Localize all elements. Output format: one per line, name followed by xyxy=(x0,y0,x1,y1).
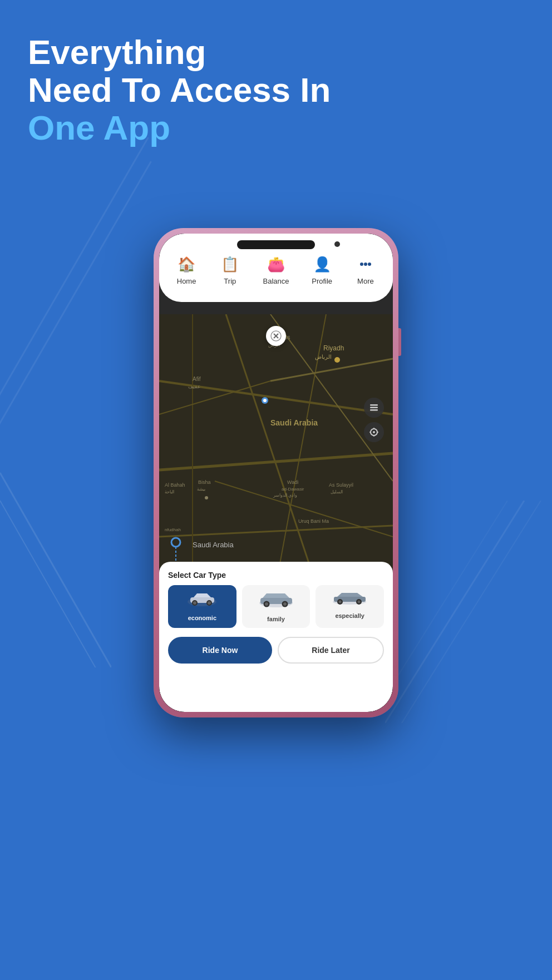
balance-label: Balance xyxy=(263,277,289,285)
svg-text:Wadi: Wadi xyxy=(287,479,298,485)
svg-text:وادي الدواسر: وادي الدواسر xyxy=(273,493,297,498)
svg-point-34 xyxy=(205,496,208,499)
headline-block: Everything Need To Access In One App xyxy=(28,33,445,147)
svg-rect-49 xyxy=(370,409,378,411)
deco-lines-right xyxy=(385,501,552,723)
svg-point-71 xyxy=(339,601,342,603)
svg-point-7 xyxy=(368,263,371,266)
car-option-economic[interactable]: economic xyxy=(168,585,236,628)
map-controls xyxy=(364,398,384,442)
action-buttons: Ride Now Ride Later xyxy=(168,637,384,664)
svg-point-73 xyxy=(358,601,361,603)
profile-icon: 👤 xyxy=(312,254,333,275)
phone-notch xyxy=(237,240,315,249)
svg-point-67 xyxy=(283,602,287,606)
svg-text:Al Bahah: Al Bahah xyxy=(165,482,185,488)
headline-line1: Everything xyxy=(28,33,445,71)
svg-point-51 xyxy=(373,431,375,433)
family-label: family xyxy=(267,616,285,622)
nav-items-container: 🏠 Home 📋 Trip 👛 Balance 👤 xyxy=(165,254,387,285)
svg-text:الباحة: الباحة xyxy=(165,489,174,494)
svg-point-24 xyxy=(334,357,340,363)
car-option-especially[interactable]: especially xyxy=(316,585,384,628)
profile-label: Profile xyxy=(312,277,332,285)
location-input-label: Saudi Arabia xyxy=(193,541,234,549)
svg-rect-47 xyxy=(370,404,378,406)
home-label: Home xyxy=(177,277,196,285)
nav-item-home[interactable]: 🏠 Home xyxy=(176,254,197,285)
svg-line-2 xyxy=(385,501,507,723)
family-car-icon xyxy=(258,591,294,612)
phone-mockup: 🏠 Home 📋 Trip 👛 Balance 👤 xyxy=(154,228,398,717)
headline-line2: Need To Access In xyxy=(28,71,445,109)
svg-point-5 xyxy=(360,263,363,266)
map-layers-button[interactable] xyxy=(364,398,384,418)
svg-point-61 xyxy=(208,601,211,605)
headline-line3: One App xyxy=(28,109,445,147)
svg-text:nfudhah: nfudhah xyxy=(165,527,181,532)
phone-camera xyxy=(334,241,340,247)
svg-text:ad-Dawasir: ad-Dawasir xyxy=(282,487,304,492)
more-icon xyxy=(355,254,376,275)
svg-text:Riyadh: Riyadh xyxy=(323,344,344,352)
more-label: More xyxy=(357,277,374,285)
ride-now-button[interactable]: Ride Now xyxy=(168,637,272,664)
svg-line-4 xyxy=(0,501,111,667)
svg-text:Bisha: Bisha xyxy=(198,479,211,485)
svg-line-0 xyxy=(385,501,524,723)
svg-line-3 xyxy=(0,473,111,667)
car-option-family[interactable]: family xyxy=(242,585,310,628)
economic-car-icon xyxy=(187,591,218,611)
deco-lines-left xyxy=(0,445,111,667)
nav-item-profile[interactable]: 👤 Profile xyxy=(312,254,333,285)
ride-selection-panel: Select Car Type xyxy=(159,562,393,712)
app-screen: 🏠 Home 📋 Trip 👛 Balance 👤 xyxy=(159,234,393,712)
ride-later-button[interactable]: Ride Later xyxy=(278,637,384,664)
trip-icon: 📋 xyxy=(219,254,240,275)
economic-label: economic xyxy=(188,615,216,621)
phone-frame: 🏠 Home 📋 Trip 👛 Balance 👤 xyxy=(154,228,398,717)
especially-car-icon xyxy=(332,591,368,609)
car-type-label: Select Car Type xyxy=(168,571,384,580)
svg-point-59 xyxy=(193,601,196,605)
svg-line-1 xyxy=(402,501,541,723)
svg-text:الرياض: الرياض xyxy=(315,354,332,360)
svg-text:بيشة: بيشة xyxy=(197,487,205,492)
svg-text:عفيف: عفيف xyxy=(188,384,200,389)
svg-text:Afif: Afif xyxy=(193,376,201,382)
home-icon: 🏠 xyxy=(176,254,197,275)
especially-label: especially xyxy=(335,612,364,619)
balance-icon: 👛 xyxy=(265,254,287,275)
map-location-button[interactable] xyxy=(364,422,384,442)
phone-screen-container: 🏠 Home 📋 Trip 👛 Balance 👤 xyxy=(159,234,393,712)
svg-point-65 xyxy=(265,602,268,606)
svg-text:السليل: السليل xyxy=(331,489,343,494)
car-options-list: economic xyxy=(168,585,384,628)
svg-point-43 xyxy=(263,399,267,402)
svg-point-6 xyxy=(364,263,367,266)
nav-item-balance[interactable]: 👛 Balance xyxy=(263,254,289,285)
svg-rect-48 xyxy=(370,407,378,409)
close-button[interactable] xyxy=(266,326,286,346)
svg-text:Saudi Arabia: Saudi Arabia xyxy=(270,418,318,427)
nav-item-trip[interactable]: 📋 Trip xyxy=(219,254,240,285)
volume-button xyxy=(398,328,401,356)
nav-item-more[interactable]: More xyxy=(355,254,376,285)
svg-text:As Sulayyil: As Sulayyil xyxy=(329,482,353,488)
svg-text:Uruq Bani Ma: Uruq Bani Ma xyxy=(298,518,329,524)
trip-label: Trip xyxy=(224,277,236,285)
